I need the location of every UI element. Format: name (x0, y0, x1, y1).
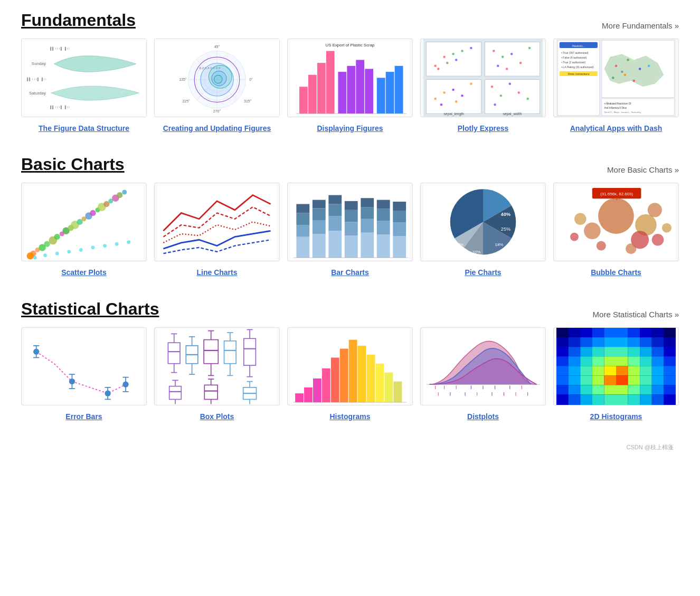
card-error-bars[interactable]: Error Bars (21, 327, 147, 422)
svg-point-64 (517, 91, 520, 94)
card-line-charts[interactable]: Line Charts (154, 183, 280, 278)
svg-rect-296 (604, 347, 616, 356)
svg-point-54 (434, 98, 437, 100)
card-distplots[interactable]: Distplots (420, 327, 546, 422)
svg-rect-305 (592, 356, 604, 366)
svg-rect-306 (604, 356, 616, 366)
svg-point-57 (461, 94, 463, 97)
svg-rect-245 (340, 348, 348, 402)
svg-rect-132 (313, 209, 326, 221)
card-bubble-charts[interactable]: (31.656k, 82.603) ▼ Bubble Charts (553, 183, 679, 278)
svg-point-61 (491, 86, 494, 88)
card-figure-data[interactable]: ▐ ▌ I I I ▌ ▐ I I Sunday ▐ ▌ I I I ▌ ▐ I… (21, 39, 147, 134)
statistical-charts-cards: Error Bars (21, 327, 679, 422)
card-creating-updating[interactable]: 45° 270° 135° 0° 225° 315° 0.2 0.4 0.6 0… (154, 39, 280, 134)
svg-rect-279 (640, 328, 652, 337)
card-2d-histograms[interactable]: 2D Histograms (553, 327, 679, 422)
svg-rect-337 (616, 385, 628, 394)
svg-rect-145 (361, 198, 374, 207)
svg-rect-148 (377, 209, 390, 221)
card-img-displaying: US Export of Plastic Scrap (287, 39, 413, 117)
svg-point-55 (443, 91, 446, 94)
svg-rect-348 (628, 394, 640, 405)
svg-point-45 (446, 62, 449, 64)
fundamentals-more-link[interactable]: More Fundamentals » (602, 21, 679, 30)
svg-point-115 (43, 254, 47, 258)
svg-rect-331 (664, 375, 676, 385)
svg-rect-135 (328, 216, 342, 231)
svg-point-86 (621, 71, 623, 73)
card-box-plots[interactable]: Box Plots (154, 327, 280, 422)
svg-rect-31 (386, 72, 394, 113)
card-pie-charts[interactable]: 40% 25% 18% 10% 7% Pie Charts (420, 183, 546, 278)
card-label-creating: Creating and Updating Figures (163, 124, 271, 134)
svg-rect-347 (616, 394, 628, 405)
watermark: CSDN @枝上棉蓬 (21, 443, 679, 451)
svg-rect-241 (304, 387, 313, 402)
svg-rect-248 (367, 354, 375, 402)
svg-rect-299 (640, 347, 652, 356)
statistical-charts-section: Statistical Charts More Statistical Char… (21, 299, 679, 422)
svg-rect-244 (331, 357, 339, 402)
basic-charts-more-link[interactable]: More Basic Charts » (607, 165, 679, 174)
card-plotly-express[interactable]: sepal_length sepal_width Plotly Express (420, 39, 546, 134)
card-histograms[interactable]: Histograms (287, 327, 413, 422)
svg-text:18%: 18% (495, 242, 504, 247)
card-scatter-plots[interactable]: Scatter Plots (21, 183, 147, 278)
svg-point-120 (103, 244, 107, 248)
svg-text:270°: 270° (213, 109, 221, 113)
svg-rect-317 (616, 366, 628, 375)
card-img-polar: 45° 270° 135° 0° 225° 315° 0.2 0.4 0.6 0… (154, 39, 280, 117)
svg-rect-249 (376, 363, 384, 402)
svg-rect-27 (347, 66, 355, 113)
card-img-scatter (21, 183, 147, 261)
svg-point-85 (633, 80, 636, 82)
svg-point-49 (510, 53, 513, 55)
svg-rect-289 (640, 337, 652, 347)
svg-point-98 (54, 234, 60, 240)
fundamentals-title[interactable]: Fundamentals (21, 11, 136, 30)
svg-text:135°: 135° (179, 78, 187, 82)
svg-rect-297 (616, 347, 628, 356)
svg-rect-30 (377, 78, 385, 113)
svg-text:Daniel C., Meyer, Jessica L., : Daniel C., Meyer, Jessica L., Radovichy, (604, 111, 641, 113)
svg-rect-342 (556, 394, 569, 405)
svg-point-84 (648, 65, 650, 68)
svg-point-80 (615, 65, 618, 68)
svg-text:US Export of Plastic Scrap: US Export of Plastic Scrap (326, 43, 375, 48)
svg-rect-240 (295, 393, 304, 402)
card-label-line: Line Charts (196, 268, 237, 278)
svg-rect-124 (157, 183, 277, 261)
card-label-displaying: Displaying Figures (317, 124, 383, 134)
statistical-charts-title[interactable]: Statistical Charts (21, 299, 159, 319)
svg-point-19 (214, 75, 223, 84)
svg-rect-273 (569, 328, 581, 337)
svg-rect-308 (628, 356, 640, 366)
svg-rect-325 (592, 375, 604, 385)
svg-rect-293 (569, 347, 581, 356)
basic-charts-title[interactable]: Basic Charts (21, 155, 125, 174)
svg-point-52 (497, 65, 499, 68)
svg-text:40%: 40% (501, 212, 510, 217)
card-bar-charts[interactable]: Bar Charts (287, 183, 413, 278)
svg-rect-328 (628, 375, 640, 385)
svg-rect-343 (569, 394, 581, 405)
card-label-distplots: Distplots (467, 412, 499, 422)
svg-rect-274 (580, 328, 592, 337)
svg-rect-304 (580, 356, 592, 366)
card-label-box-plots: Box Plots (200, 412, 234, 422)
svg-rect-149 (377, 200, 390, 209)
svg-point-56 (452, 89, 455, 91)
card-analytical-apps[interactable]: Restrict... • True (397 authorized) • Fa… (553, 39, 679, 134)
svg-rect-140 (345, 210, 358, 222)
card-img-line (154, 183, 280, 261)
svg-rect-24 (317, 63, 326, 113)
svg-rect-275 (592, 328, 604, 337)
svg-text:(31.656k, 82.603): (31.656k, 82.603) (600, 192, 633, 196)
svg-point-60 (455, 100, 458, 103)
svg-point-119 (91, 246, 95, 250)
svg-rect-320 (652, 366, 664, 375)
card-img-histograms (287, 327, 413, 406)
card-displaying[interactable]: US Export of Plastic Scrap (287, 39, 413, 134)
statistical-charts-more-link[interactable]: More Statistical Charts » (593, 310, 679, 319)
